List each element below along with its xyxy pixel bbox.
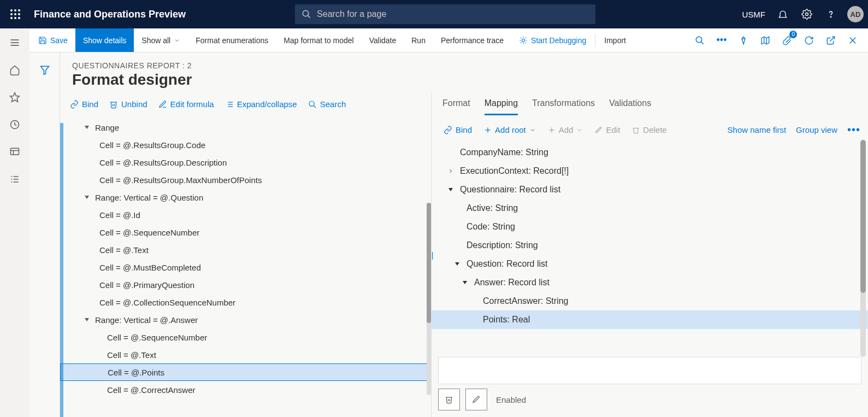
app-launcher-icon[interactable] <box>4 3 26 25</box>
svg-point-8 <box>18 17 20 19</box>
validate-button[interactable]: Validate <box>362 28 404 52</box>
gear-icon[interactable] <box>796 3 818 25</box>
hamburger-icon[interactable] <box>4 32 26 52</box>
performance-trace-button[interactable]: Performance trace <box>433 28 511 52</box>
import-button[interactable]: Import <box>597 28 634 52</box>
show-details-button[interactable]: Show details <box>75 28 134 52</box>
search-icon <box>302 9 311 19</box>
badge-count: 0 <box>789 31 797 38</box>
svg-line-10 <box>308 16 310 18</box>
svg-point-7 <box>14 17 16 19</box>
attachments-icon[interactable]: 0 <box>778 32 796 49</box>
show-all-button[interactable]: Show all <box>134 28 188 52</box>
global-search[interactable] <box>295 4 595 24</box>
svg-point-1 <box>14 9 16 11</box>
bell-icon[interactable] <box>772 3 794 25</box>
popout-icon[interactable] <box>822 32 840 49</box>
command-bar: Save Show details Show all Format enumer… <box>0 28 868 52</box>
save-icon <box>38 36 47 45</box>
top-nav: Finance and Operations Preview USMF AD <box>0 0 868 28</box>
refresh-icon[interactable] <box>800 32 818 49</box>
svg-point-6 <box>10 17 13 19</box>
left-rail <box>0 28 29 52</box>
svg-point-3 <box>10 13 13 15</box>
map-format-button[interactable]: Map format to model <box>276 28 361 52</box>
search-action-icon[interactable] <box>691 32 708 49</box>
debug-icon <box>519 36 528 45</box>
more-actions-icon[interactable]: ••• <box>713 32 730 49</box>
map-icon[interactable] <box>757 32 774 49</box>
svg-point-11 <box>806 13 808 16</box>
diamond-icon[interactable] <box>735 32 752 49</box>
svg-line-15 <box>701 42 704 44</box>
svg-point-12 <box>830 16 831 17</box>
company-label[interactable]: USMF <box>742 10 766 19</box>
show-all-label: Show all <box>141 36 170 45</box>
start-debugging-button[interactable]: Start Debugging <box>511 28 594 52</box>
chevron-down-icon <box>174 37 180 44</box>
help-icon[interactable] <box>820 3 842 25</box>
svg-point-9 <box>303 10 309 16</box>
avatar[interactable]: AD <box>847 6 864 22</box>
run-button[interactable]: Run <box>404 28 433 52</box>
show-details-label: Show details <box>83 36 126 45</box>
svg-point-5 <box>18 13 20 15</box>
svg-point-14 <box>696 37 702 43</box>
save-label: Save <box>50 36 68 45</box>
svg-point-2 <box>18 9 20 11</box>
save-button[interactable]: Save <box>31 28 75 52</box>
app-title: Finance and Operations Preview <box>34 9 186 20</box>
search-input[interactable] <box>317 9 589 19</box>
svg-line-16 <box>830 37 835 41</box>
svg-point-4 <box>14 13 16 15</box>
separator <box>595 34 595 47</box>
format-enumerations-button[interactable]: Format enumerations <box>188 28 276 52</box>
svg-point-13 <box>522 39 524 42</box>
svg-point-0 <box>10 9 13 11</box>
close-icon[interactable] <box>844 32 861 49</box>
